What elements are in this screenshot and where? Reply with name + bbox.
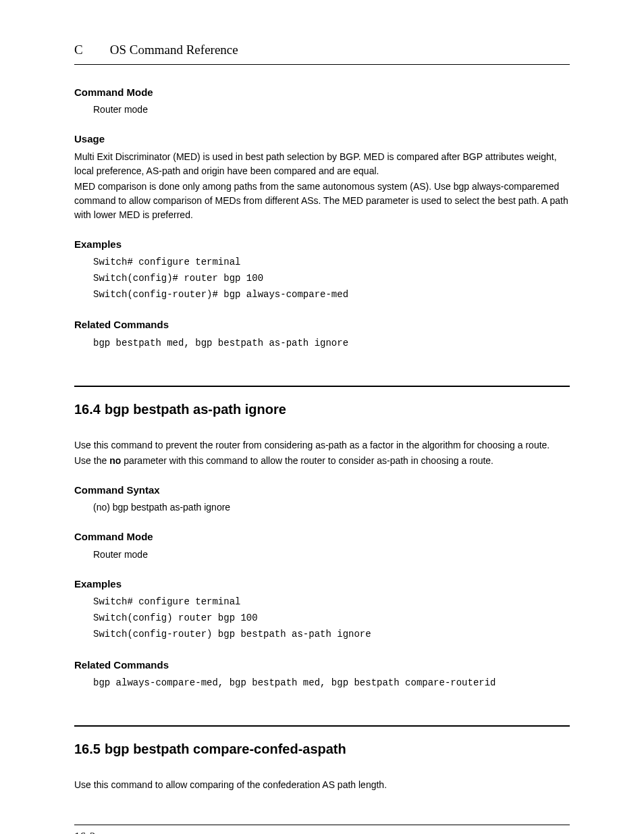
intro-text: parameter with this command to allow the… [121,455,493,466]
intro-paragraph: Use this command to prevent the router f… [74,438,570,452]
intro-text: Use the [74,455,109,466]
section-divider [74,725,570,727]
command-syntax-text: (no) bgp bestpath as-path ignore [93,500,570,515]
heading-examples: Examples [74,237,570,253]
heading-command-mode: Command Mode [74,529,570,545]
appendix-letter: C [74,41,107,60]
intro-paragraph: Use the no parameter with this command t… [74,454,570,468]
example-code: Switch# configure terminal Switch(config… [93,255,570,303]
command-mode-text: Router mode [93,548,570,562]
section-number: 16.4 [74,399,101,419]
heading-usage: Usage [74,132,570,147]
heading-related: Related Commands [74,317,570,333]
heading-command-mode: Command Mode [74,85,570,101]
heading-related: Related Commands [74,658,570,673]
intro-paragraph: Use this command to allow comparing of t… [74,778,570,792]
usage-paragraph: MED comparison is done only among paths … [74,180,570,222]
page-number: 16-3 [74,828,570,834]
section-title: 16.4bgp bestpath as-path ignore [74,399,570,419]
page-header: C OS Command Reference [74,41,570,65]
footer-divider [74,825,570,825]
section-name: bgp bestpath as-path ignore [105,402,286,417]
heading-examples: Examples [74,577,570,592]
command-mode-text: Router mode [93,103,570,117]
related-commands: bgp bestpath med, bgp bestpath as-path i… [93,336,570,352]
heading-command-syntax: Command Syntax [74,483,570,498]
usage-paragraph: Multi Exit Discriminator (MED) is used i… [74,150,570,178]
section-name: bgp bestpath compare-confed-aspath [105,741,346,756]
section-number: 16.5 [74,739,101,759]
header-title: OS Command Reference [110,43,238,57]
keyword-no: no [109,455,121,466]
example-code: Switch# configure terminal Switch(config… [93,594,570,642]
section-divider [74,386,570,387]
related-commands: bgp always-compare-med, bgp bestpath med… [93,675,570,692]
section-title: 16.5bgp bestpath compare-confed-aspath [74,739,570,759]
